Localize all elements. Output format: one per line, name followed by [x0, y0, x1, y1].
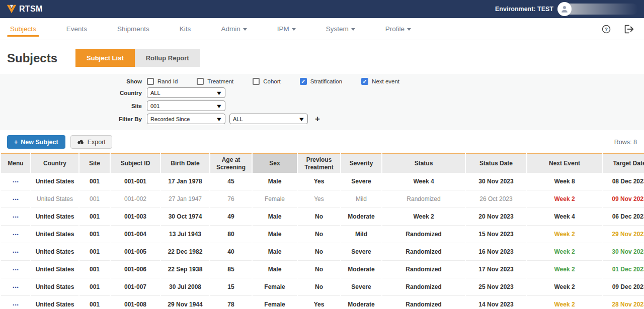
show-option-next-event[interactable]: ✓Next event [361, 78, 399, 85]
cell-birth-date: 30 Oct 1974 [161, 208, 209, 226]
column-header-menu[interactable]: Menu [1, 153, 30, 173]
column-header-next-event[interactable]: Next Event [527, 153, 602, 173]
country-select-value: ALL [150, 90, 160, 96]
column-header-previous-treatment[interactable]: Previous Treatment [298, 153, 340, 173]
column-header-subject-id[interactable]: Subject ID [111, 153, 160, 173]
cell-sex: Male [253, 226, 297, 243]
cell-severity: Moderate [341, 261, 381, 278]
filter-by-select-value: Recorded Since [150, 116, 190, 122]
cell-country: United States [31, 278, 78, 296]
nav-item-shipments[interactable]: Shipments [114, 18, 152, 40]
cell-status-date: 20 Nov 2023 [466, 208, 526, 226]
table-row: ...United States001001-00522 Dec 198240M… [1, 243, 644, 261]
cell-prev-treatment: No [298, 278, 340, 296]
checkbox-checked-icon[interactable]: ✓ [361, 78, 368, 85]
add-filter-button[interactable]: + [315, 114, 320, 124]
row-menu-button[interactable]: ... [13, 175, 19, 184]
cell-sex: Male [253, 261, 297, 278]
cell-age: 76 [210, 190, 252, 208]
tab-subject-list[interactable]: Subject List [75, 49, 135, 67]
nav-item-ipm[interactable]: IPM [274, 18, 299, 40]
column-header-status-date[interactable]: Status Date [466, 153, 526, 173]
cloud-download-icon [77, 139, 85, 145]
row-menu-button[interactable]: ... [13, 281, 19, 289]
topbar: RTSM Environment: TEST [0, 0, 644, 18]
header-row: MenuCountrySiteSubject IDBirth DateAge a… [1, 153, 644, 173]
tab-rollup-report[interactable]: Rollup Report [135, 49, 200, 67]
column-header-birth-date[interactable]: Birth Date [161, 153, 209, 173]
column-header-country[interactable]: Country [31, 153, 78, 173]
logout-icon [624, 25, 634, 34]
user-menu[interactable] [557, 3, 638, 15]
row-menu-button[interactable]: ... [13, 298, 19, 307]
cell-site: 001 [79, 173, 110, 190]
checkbox-icon[interactable] [253, 78, 260, 85]
cell-birth-date: 13 Jul 1943 [161, 226, 209, 243]
nav-item-subjects[interactable]: Subjects [7, 18, 39, 40]
cell-age: 85 [210, 261, 252, 278]
column-header-status[interactable]: Status [382, 153, 465, 173]
cell-age: 15 [210, 278, 252, 296]
cell-target-date: 28 Nov 2023 [603, 296, 644, 309]
cell-status-date: 15 Nov 2023 [466, 226, 526, 243]
cell-birth-date: 30 Jul 2008 [161, 278, 209, 296]
column-header-age-at-screening[interactable]: Age at Screening [210, 153, 252, 173]
nav-item-system[interactable]: System [323, 18, 358, 40]
help-button[interactable]: ? [602, 25, 611, 34]
chevron-down-icon: ▼ [215, 116, 222, 122]
column-header-sex[interactable]: Sex [253, 153, 297, 173]
cell-age: 80 [210, 226, 252, 243]
row-menu-button[interactable]: ... [13, 211, 19, 219]
cell-age: 45 [210, 173, 252, 190]
site-select[interactable]: 001 ▼ [147, 100, 225, 111]
checkbox-checked-icon[interactable]: ✓ [300, 78, 307, 85]
environment-area: Environment: TEST [495, 3, 638, 15]
column-header-target-date[interactable]: Target Date [603, 153, 644, 173]
show-option-treatment[interactable]: Treatment [197, 78, 233, 85]
cell-target-date: 08 Dec 2023 [603, 173, 644, 190]
cell-site: 001 [79, 226, 110, 243]
table-row: ...United States001001-00117 Jan 197845M… [1, 173, 644, 190]
filter-value-select[interactable]: ALL ▼ [229, 114, 308, 124]
nav-item-kits[interactable]: Kits [177, 18, 194, 40]
cell-country: United States [31, 208, 78, 226]
row-menu-cell: ... [1, 190, 30, 208]
country-label: Country [0, 90, 147, 96]
row-menu-button[interactable]: ... [13, 228, 19, 237]
filter-by-select[interactable]: Recorded Since ▼ [147, 114, 225, 124]
cell-status-date: 17 Nov 2023 [466, 261, 526, 278]
checkbox-icon[interactable] [197, 78, 204, 85]
show-option-stratification[interactable]: ✓Stratification [300, 78, 342, 85]
checkbox-label: Rand Id [157, 78, 178, 84]
export-button[interactable]: Export [70, 135, 112, 149]
nav-item-events[interactable]: Events [63, 18, 90, 40]
row-menu-button[interactable]: ... [13, 246, 19, 254]
table-row: ...United States001001-00730 Jul 200815F… [1, 278, 644, 296]
column-header-site[interactable]: Site [79, 153, 110, 173]
table-row: ...United States001001-00227 Jan 194776F… [1, 190, 644, 208]
cell-status: Randomized [382, 243, 465, 261]
cell-subject-id: 001-006 [111, 261, 160, 278]
row-menu-button[interactable]: ... [13, 193, 19, 201]
page-title: Subjects [7, 51, 57, 65]
cell-target-date: 09 Dec 2023 [603, 278, 644, 296]
new-subject-button[interactable]: + New Subject [7, 135, 65, 149]
logout-button[interactable] [624, 25, 634, 34]
show-option-cohort[interactable]: Cohort [253, 78, 281, 85]
nav-item-admin[interactable]: Admin [218, 18, 250, 40]
cell-sex: Female [253, 278, 297, 296]
cell-age: 78 [210, 296, 252, 309]
row-menu-button[interactable]: ... [13, 263, 19, 272]
checkbox-icon[interactable] [147, 78, 154, 85]
country-select[interactable]: ALL ▼ [147, 87, 225, 98]
cell-target-date: 29 Nov 2023 [603, 226, 644, 243]
cell-status: Week 4 [382, 173, 465, 190]
table-row: ...United States001001-00413 Jul 194380M… [1, 226, 644, 243]
cell-status-date: 25 Nov 2023 [466, 278, 526, 296]
avatar[interactable] [557, 2, 572, 16]
column-header-severity[interactable]: Severity [341, 153, 381, 173]
show-label: Show [0, 78, 147, 84]
brand: RTSM [6, 4, 43, 15]
nav-item-profile[interactable]: Profile [382, 18, 414, 40]
show-option-rand-id[interactable]: Rand Id [147, 78, 178, 85]
